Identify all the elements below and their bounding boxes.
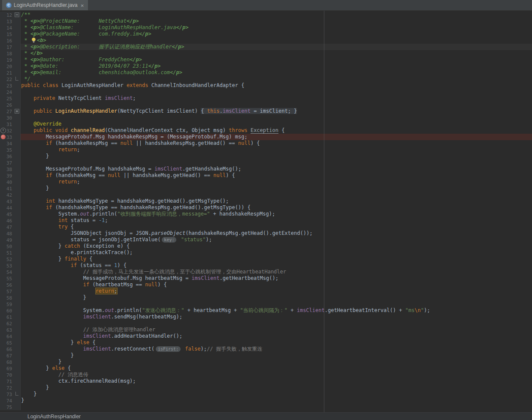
gutter[interactable]: 54	[0, 269, 21, 275]
line-number[interactable]: 54	[6, 269, 14, 275]
code-line[interactable]: 32 public void channelRead(ChannelHandle…	[0, 127, 532, 134]
code-editor[interactable]: 12/**13 * <p>@ProjectName: NettyChat</p>…	[0, 11, 532, 412]
line-number[interactable]: 56	[6, 282, 14, 288]
code-line[interactable]: 42	[0, 192, 532, 198]
code-line[interactable]: 67 }	[0, 352, 532, 359]
code-text[interactable]: imsClient.sendMsg(heartbeatMsg);	[21, 314, 532, 320]
code-line[interactable]: 52 } finally {	[0, 256, 532, 262]
line-number[interactable]: 39	[6, 172, 14, 179]
line-number[interactable]: 13	[6, 18, 14, 24]
line-number[interactable]: 30	[6, 114, 14, 121]
gutter[interactable]: 19	[0, 57, 21, 63]
code-text[interactable]: MessageProtobuf.Msg handshakeMsg = imsCl…	[21, 166, 532, 172]
gutter[interactable]: 21	[0, 69, 21, 76]
gutter[interactable]: 65	[0, 339, 21, 346]
code-line[interactable]: 48 JSONObject jsonObj = JSON.parseObject…	[0, 230, 532, 237]
code-text[interactable]: ctx.fireChannelRead(msg);	[21, 378, 532, 384]
line-number[interactable]: 27	[6, 108, 14, 114]
code-line[interactable]: 56 if (heartbeatMsg == null) {	[0, 282, 532, 288]
gutter[interactable]: 25	[0, 95, 21, 102]
code-line[interactable]: 17 * <p>@Description: 握手认证消息响应处理handler<…	[0, 44, 532, 50]
gutter[interactable]: 24	[0, 89, 21, 95]
code-text[interactable]: }	[21, 153, 532, 159]
gutter[interactable]: 34	[0, 140, 21, 147]
editor-tab[interactable]: C LoginAuthRespHandler.java ×	[2, 0, 88, 10]
gutter[interactable]: 53	[0, 262, 21, 269]
line-number[interactable]: 48	[6, 230, 14, 237]
code-text[interactable]: // 添加心跳消息管理handler	[21, 327, 532, 333]
line-number[interactable]: 71	[6, 378, 14, 384]
line-number[interactable]: 42	[6, 192, 14, 198]
line-number[interactable]: 38	[6, 166, 14, 172]
code-line[interactable]: 14 * <p>@ClassName: LoginAuthRespHandler…	[0, 24, 532, 31]
code-text[interactable]: return;	[21, 288, 532, 294]
code-line[interactable]: 41 }	[0, 185, 532, 192]
code-text[interactable]: } else {	[21, 365, 532, 372]
code-text[interactable]: int status = -1;	[21, 217, 532, 224]
code-text[interactable]: }	[21, 391, 532, 397]
code-line[interactable]: 35 return;	[0, 147, 532, 153]
line-number[interactable]: 20	[6, 63, 14, 69]
line-number[interactable]: 22	[6, 76, 14, 82]
code-text[interactable]: }	[21, 352, 532, 359]
code-line[interactable]: 21 * <p>@email: chenshichao@outlook.com<…	[0, 69, 532, 76]
gutter[interactable]: 30	[0, 114, 21, 121]
code-text[interactable]: /**	[21, 12, 532, 18]
line-number[interactable]: 17	[6, 44, 14, 50]
code-line[interactable]: 16 * <b>	[0, 37, 532, 44]
line-number[interactable]: 70	[6, 372, 14, 378]
gutter[interactable]: 64	[0, 333, 21, 339]
line-number[interactable]: 62	[6, 320, 14, 327]
line-number[interactable]: 37	[6, 159, 14, 166]
intention-bulb-icon[interactable]	[31, 37, 36, 43]
code-text[interactable]: public class LoginAuthRespHandler extend…	[21, 82, 532, 89]
line-number[interactable]: 33	[6, 134, 14, 140]
code-text[interactable]	[21, 192, 532, 198]
code-text[interactable]: }	[21, 384, 532, 391]
code-text[interactable]: // 握手成功，马上先发送一条心跳消息，至于心跳机制管理，交由Heartbeat…	[21, 269, 532, 275]
code-line[interactable]: 54 // 握手成功，马上先发送一条心跳消息，至于心跳机制管理，交由Heartb…	[0, 269, 532, 275]
code-line[interactable]: 44 if (handshakeMsgType == handshakeResp…	[0, 204, 532, 211]
gutter[interactable]: 72	[0, 384, 21, 391]
gutter[interactable]: 15	[0, 31, 21, 37]
line-number[interactable]: 32	[6, 127, 14, 134]
line-number[interactable]: 18	[6, 50, 14, 57]
code-text[interactable]: } else {	[21, 339, 532, 346]
code-line[interactable]: 63 // 添加心跳消息管理handler	[0, 327, 532, 333]
code-line[interactable]: 18 * </b>	[0, 50, 532, 57]
line-number[interactable]: 74	[6, 397, 14, 404]
gutter[interactable]: 27	[0, 108, 21, 114]
code-line[interactable]: 19 * <p>@author: FreddyChen</p>	[0, 57, 532, 63]
code-text[interactable]	[21, 320, 532, 327]
code-text[interactable]: MessageProtobuf.Msg handshakeRespMsg = (…	[21, 134, 532, 140]
gutter[interactable]: 23	[0, 82, 21, 89]
code-text[interactable]: e.printStackTrace();	[21, 249, 532, 256]
fold-marker-collapsed[interactable]	[14, 108, 20, 114]
code-text[interactable]	[21, 404, 532, 410]
code-line[interactable]: 49 status = jsonObj.getIntValue(key: "st…	[0, 237, 532, 243]
code-text[interactable]	[21, 159, 532, 166]
code-text[interactable]: * <p>@date: 2019/04/07 23:11</p>	[21, 63, 532, 69]
code-line[interactable]: 60 System.out.println("发送心跳消息：" + heartb…	[0, 307, 532, 314]
gutter[interactable]: 32	[0, 127, 21, 134]
gutter[interactable]: 41	[0, 185, 21, 192]
code-line[interactable]: 74}	[0, 397, 532, 404]
code-line[interactable]: 33 MessageProtobuf.Msg handshakeRespMsg …	[0, 134, 532, 140]
code-line[interactable]: 46 int status = -1;	[0, 217, 532, 224]
code-text[interactable]	[21, 102, 532, 108]
line-number[interactable]: 61	[6, 314, 14, 320]
line-number[interactable]: 41	[6, 185, 14, 192]
line-number[interactable]: 21	[6, 69, 14, 76]
gutter[interactable]: 73	[0, 391, 21, 397]
code-line[interactable]: 38 MessageProtobuf.Msg handshakeMsg = im…	[0, 166, 532, 172]
line-number[interactable]: 45	[6, 211, 14, 217]
code-line[interactable]: 70 // 消息透传	[0, 372, 532, 378]
code-text[interactable]: return;	[21, 179, 532, 185]
code-text[interactable]: * </b>	[21, 50, 532, 57]
code-text[interactable]: * <b>	[21, 37, 532, 44]
line-number[interactable]: 23	[6, 82, 14, 89]
gutter[interactable]: 37	[0, 159, 21, 166]
code-text[interactable]: JSONObject jsonObj = JSON.parseObject(ha…	[21, 230, 532, 237]
code-text[interactable]: if (handshakeRespMsg == null || handshak…	[21, 140, 532, 147]
line-number[interactable]: 25	[6, 95, 14, 102]
